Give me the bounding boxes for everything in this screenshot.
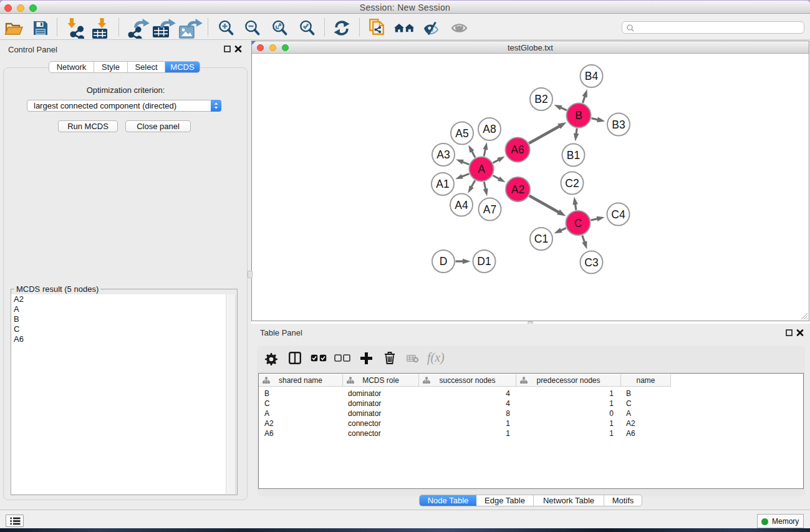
- svg-text:A6: A6: [511, 143, 524, 156]
- svg-text:B1: B1: [567, 149, 580, 162]
- svg-text:A5: A5: [455, 127, 468, 140]
- svg-text:A4: A4: [455, 199, 468, 211]
- svg-text:B3: B3: [612, 118, 625, 131]
- svg-text:D1: D1: [477, 255, 491, 268]
- svg-text:C: C: [574, 217, 582, 230]
- svg-text:C4: C4: [611, 208, 625, 221]
- svg-text:D: D: [440, 255, 448, 268]
- svg-text:C3: C3: [584, 256, 598, 269]
- svg-text:A8: A8: [483, 123, 496, 135]
- svg-text:B2: B2: [534, 93, 547, 105]
- svg-text:B4: B4: [585, 70, 599, 82]
- svg-text:C1: C1: [534, 233, 548, 245]
- svg-text:B: B: [575, 109, 582, 122]
- svg-text:A3: A3: [436, 148, 450, 161]
- svg-text:A1: A1: [436, 178, 449, 190]
- svg-text:C2: C2: [565, 177, 579, 190]
- svg-text:A2: A2: [511, 183, 524, 196]
- svg-text:A: A: [478, 163, 485, 175]
- svg-text:A7: A7: [483, 203, 496, 216]
